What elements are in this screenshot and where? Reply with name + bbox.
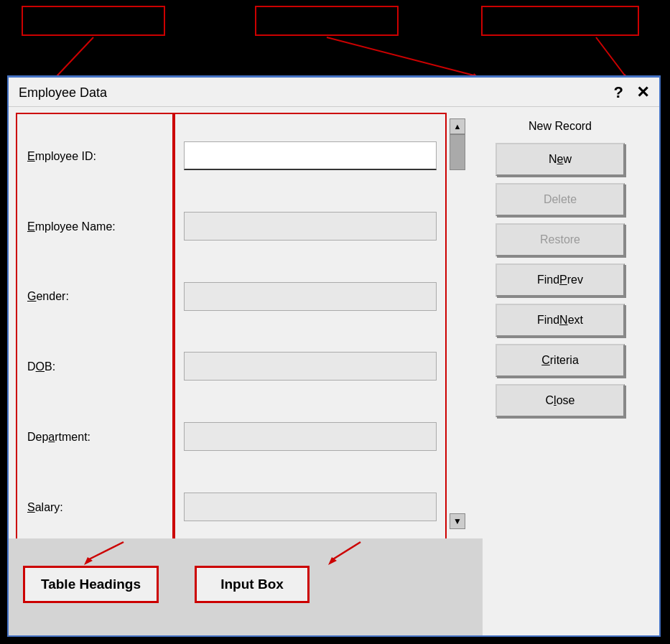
employee-id-input[interactable] (184, 141, 437, 170)
scroll-track (450, 134, 465, 170)
close-button-titlebar[interactable]: ✕ (636, 85, 649, 101)
callout-top-right (481, 6, 639, 36)
scroll-down-button[interactable]: ▼ (450, 513, 465, 529)
dialog-controls: ? ✕ (614, 83, 649, 102)
scroll-up-button[interactable]: ▲ (450, 118, 465, 134)
svg-line-2 (327, 37, 474, 75)
new-button[interactable]: New (495, 143, 625, 176)
gender-input[interactable] (184, 282, 437, 311)
input-box-callout: Input Box (195, 566, 310, 603)
employee-name-input[interactable] (184, 212, 437, 241)
find-next-button[interactable]: Find Next (495, 304, 625, 337)
employee-name-label: Employee Name: (27, 213, 162, 241)
svg-line-10 (88, 542, 124, 560)
restore-button[interactable]: Restore (495, 223, 625, 256)
salary-input[interactable] (184, 493, 437, 521)
employee-id-label: Employee ID: (27, 143, 162, 170)
svg-line-0 (57, 37, 93, 75)
salary-label: Salary: (27, 494, 162, 521)
input-box-label: Input Box (220, 577, 284, 592)
dob-input[interactable] (184, 352, 437, 381)
buttons-panel: New Record New Delete Restore Find Prev … (468, 113, 652, 622)
table-headings-label: Table Headings (41, 577, 141, 592)
new-record-label: New Record (529, 120, 592, 133)
svg-marker-13 (328, 557, 337, 565)
svg-marker-11 (84, 557, 93, 565)
employee-data-dialog: Employee Data ? ✕ Employee ID: Employee … (7, 75, 661, 637)
callout-top-middle (255, 6, 399, 36)
callout-top-left (22, 6, 165, 36)
delete-button[interactable]: Delete (495, 183, 625, 216)
dialog-title: Employee Data (19, 85, 107, 101)
bottom-annotation-area: Table Headings Input Box (9, 538, 483, 635)
gender-label: Gender: (27, 283, 162, 310)
svg-line-12 (332, 542, 360, 560)
help-button[interactable]: ? (614, 83, 623, 102)
criteria-button[interactable]: Criteria (495, 344, 625, 377)
department-label: Department: (27, 424, 162, 451)
dob-label: DOB: (27, 353, 162, 381)
table-headings-callout: Table Headings (23, 566, 159, 603)
close-button[interactable]: Close (495, 384, 625, 417)
dialog-titlebar: Employee Data ? ✕ (9, 78, 659, 107)
svg-line-4 (596, 37, 625, 75)
find-prev-button[interactable]: Find Prev (495, 263, 625, 297)
department-input[interactable] (184, 422, 437, 451)
